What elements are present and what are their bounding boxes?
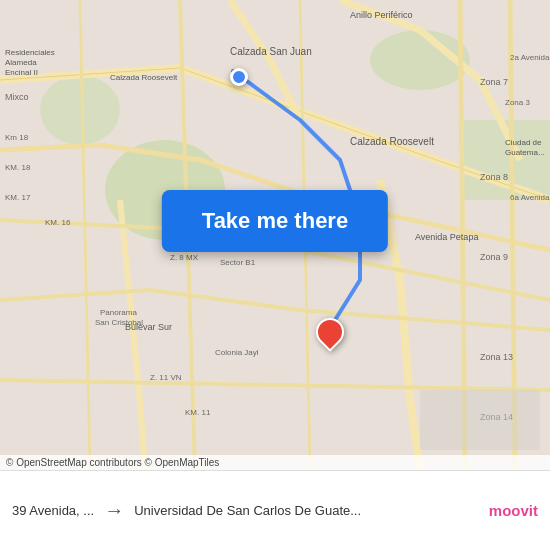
route-info: 39 Avenida, ... → Universidad De San Car…	[12, 499, 538, 522]
svg-text:6a Avenida: 6a Avenida	[510, 193, 550, 202]
svg-text:2a Avenida: 2a Avenida	[510, 53, 550, 62]
route-arrow-icon: →	[104, 499, 124, 522]
svg-text:Avenida Petapa: Avenida Petapa	[415, 232, 478, 242]
svg-text:Guatema...: Guatema...	[505, 148, 545, 157]
svg-text:Z. 11 VN: Z. 11 VN	[150, 373, 182, 382]
svg-text:Colonia Jayl: Colonia Jayl	[215, 348, 259, 357]
svg-text:Zona 9: Zona 9	[480, 252, 508, 262]
svg-text:Calzada San Juan: Calzada San Juan	[230, 46, 312, 57]
moovit-logo: moovit	[489, 502, 538, 519]
svg-text:Zona 13: Zona 13	[480, 352, 513, 362]
svg-text:Encinal II: Encinal II	[5, 68, 38, 77]
take-me-there-button[interactable]: Take me there	[162, 190, 388, 252]
svg-text:Zona 3: Zona 3	[505, 98, 530, 107]
svg-text:KM. 18: KM. 18	[5, 163, 31, 172]
svg-text:Alameda: Alameda	[5, 58, 37, 67]
route-from-label: 39 Avenida, ...	[12, 503, 94, 518]
moovit-logo-text: moovit	[489, 502, 538, 519]
svg-text:Ciudad de: Ciudad de	[505, 138, 542, 147]
svg-text:KM. 16: KM. 16	[45, 218, 71, 227]
svg-text:San Cristobal: San Cristobal	[95, 318, 143, 327]
map-container: Calzada San Juan Anillo Periférico Calza…	[0, 0, 550, 470]
svg-text:Anillo Periférico: Anillo Periférico	[350, 10, 413, 20]
bottom-bar: 39 Avenida, ... → Universidad De San Car…	[0, 470, 550, 550]
svg-text:Mixco: Mixco	[5, 92, 29, 102]
svg-text:Z. 8 MX: Z. 8 MX	[170, 253, 199, 262]
svg-text:Calzada Roosevelt: Calzada Roosevelt	[350, 136, 434, 147]
destination-marker	[316, 318, 344, 354]
svg-text:Zona 8: Zona 8	[480, 172, 508, 182]
origin-marker	[230, 68, 248, 86]
svg-text:Zona 7: Zona 7	[480, 77, 508, 87]
svg-text:Calzada Roosevelt: Calzada Roosevelt	[110, 73, 178, 82]
svg-text:KM. 11: KM. 11	[185, 408, 211, 417]
svg-text:Panorama: Panorama	[100, 308, 137, 317]
svg-rect-31	[420, 390, 540, 450]
svg-text:Residenciales: Residenciales	[5, 48, 55, 57]
svg-point-4	[40, 75, 120, 145]
svg-text:Sector B1: Sector B1	[220, 258, 256, 267]
route-to-label: Universidad De San Carlos De Guate...	[134, 503, 481, 518]
svg-text:KM. 17: KM. 17	[5, 193, 31, 202]
map-attribution: © OpenStreetMap contributors © OpenMapTi…	[0, 455, 550, 470]
svg-text:Km 18: Km 18	[5, 133, 29, 142]
